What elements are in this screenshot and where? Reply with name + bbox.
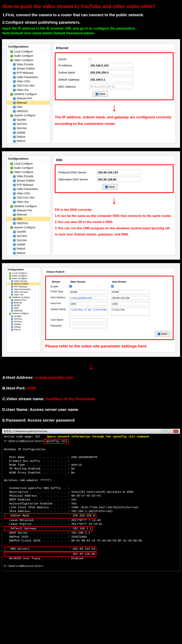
tree-video-encode[interactable]: Video Encode: [7, 62, 50, 66]
tree-osd-font[interactable]: OSD Font Size: [7, 84, 50, 88]
dns-form: DNS Preferred DNS Server Alternative DNS…: [53, 156, 176, 256]
tree-ethernet[interactable]: Ethernet: [7, 212, 50, 217]
proto-sub-input[interactable]: [111, 290, 149, 294]
tree-audio[interactable]: Audio Configure: [7, 274, 41, 277]
row-enable: Enable: [49, 284, 67, 289]
tree-default[interactable]: Default: [7, 134, 50, 139]
tree-systime[interactable]: SysTime: [7, 122, 50, 126]
tree-system[interactable]: System Configure: [7, 113, 50, 118]
haddr-main-input[interactable]: [69, 296, 108, 300]
save-button[interactable]: Save: [93, 91, 108, 97]
sp-highlight: StreamMain StreamSub Stream Enable Proto…: [45, 276, 173, 340]
tree-osd-font[interactable]: OSD Font Size: [7, 290, 41, 293]
sname-main-input[interactable]: live2/key of my livestream: [69, 308, 108, 316]
tree-video-params[interactable]: Video Parameters: [7, 75, 50, 79]
save-button[interactable]: Save: [102, 184, 118, 190]
tree-ethernet[interactable]: Ethernet: [7, 100, 50, 105]
tree-update[interactable]: Update: [7, 130, 50, 134]
enable-sub-checkbox[interactable]: [111, 285, 114, 288]
tree-update[interactable]: Update: [7, 323, 41, 326]
pdns-input[interactable]: [97, 170, 141, 175]
tree-stream-publish[interactable]: Stream Publish: [7, 66, 50, 71]
gateway-input[interactable]: [89, 77, 133, 82]
tree-systattr[interactable]: SystAttr: [7, 315, 41, 318]
pwd-main-input[interactable]: [69, 324, 108, 328]
tree-network-port[interactable]: Network Port: [7, 208, 50, 212]
close-icon[interactable]: ×: [173, 430, 178, 433]
tree-reboot[interactable]: Reboot: [7, 251, 50, 255]
ip-input[interactable]: [89, 63, 133, 68]
tree-update[interactable]: Update: [7, 242, 50, 246]
tree-stream-publish[interactable]: Stream Publish: [7, 178, 50, 183]
tree-network[interactable]: NetWork Configure: [7, 204, 50, 208]
gateway-label: Default Gateway: [58, 78, 89, 81]
tree-system[interactable]: System Configure: [7, 225, 50, 230]
tree-reboot[interactable]: Reboot: [7, 328, 41, 331]
param-c: C.Video stream name: live2/key of my liv…: [0, 394, 182, 404]
adns-input[interactable]: [97, 177, 141, 182]
tree-stream-publish[interactable]: Stream Publish: [7, 282, 41, 285]
tree-rtp-multicast[interactable]: RTP Multicast: [7, 183, 50, 187]
tree-video-params[interactable]: Video Parameters: [7, 288, 41, 290]
tree-dns[interactable]: DNS: [7, 105, 50, 109]
tree-video-encode[interactable]: Video Encode: [7, 174, 50, 178]
tree-systattr[interactable]: SystAttr: [7, 230, 50, 234]
subnet-highlight: Subnet Mask . . . . . . . . . . . : 255.…: [4, 514, 96, 518]
tree-audio[interactable]: Audio Configure: [7, 54, 50, 58]
save-button[interactable]: Save: [155, 331, 170, 336]
tree-network-port[interactable]: Network Port: [7, 298, 41, 301]
tree-wlan[interactable]: WLAN: [7, 304, 41, 307]
tree-local[interactable]: Local Configure: [7, 50, 50, 54]
tree-default[interactable]: Default: [7, 246, 50, 251]
haddr-sub-input[interactable]: [111, 296, 149, 300]
tree-default[interactable]: Default: [7, 326, 41, 328]
cmd-note: Query network information through the ip…: [47, 435, 149, 438]
tree-systattr[interactable]: SystAttr: [7, 118, 50, 122]
minimize-icon[interactable]: —: [161, 430, 166, 433]
dhcp-checkbox[interactable]: [89, 58, 92, 60]
subnet-input[interactable]: [89, 70, 133, 75]
proto-main-input[interactable]: [69, 290, 108, 294]
enable-main-checkbox[interactable]: [69, 285, 72, 288]
tree-sysuser[interactable]: SysUser: [7, 126, 50, 130]
tree-reboot[interactable]: Reboot: [7, 139, 50, 143]
tree-video[interactable]: Video Configure: [7, 170, 50, 174]
tree-video[interactable]: Video Configure: [7, 277, 41, 280]
tree-rtp-multicast[interactable]: RTP Multicast: [7, 71, 50, 75]
tree-dns[interactable]: DNS: [7, 217, 50, 221]
tree-system[interactable]: System Configure: [7, 312, 41, 315]
tree-local[interactable]: Local Configure: [7, 272, 41, 274]
tree-gb28181[interactable]: GB28181: [7, 309, 41, 312]
tree-gb28181[interactable]: GB28181: [7, 221, 50, 225]
tree-ethernet[interactable]: Ethernet: [7, 301, 41, 304]
tree-network[interactable]: NetWork Configure: [7, 296, 41, 298]
tree-network-port[interactable]: Network Port: [7, 96, 50, 100]
tree-gb28181[interactable]: GB28181: [7, 109, 50, 113]
tree-video[interactable]: Video Configure: [7, 58, 50, 62]
tree-osd-font[interactable]: OSD Font Size: [7, 196, 50, 200]
instruction-1: Input the IP address in the IE browser U…: [0, 26, 182, 31]
maximize-icon[interactable]: □: [167, 430, 172, 433]
tree-video-params[interactable]: Video Parameters: [7, 187, 50, 191]
tree-systime[interactable]: SysTime: [7, 318, 41, 320]
tree-video-out[interactable]: Video Out: [7, 88, 50, 92]
tree-video-osd[interactable]: Video OSD: [7, 79, 50, 84]
tree-video-osd[interactable]: Video OSD: [7, 191, 50, 196]
tree-sysuser[interactable]: SysUser: [7, 238, 50, 242]
hport-main-input[interactable]: [69, 302, 108, 306]
tree-video-out[interactable]: Video Out: [7, 200, 50, 204]
hport-sub-input[interactable]: [111, 302, 149, 306]
tree-rtp-multicast[interactable]: RTP Multicast: [7, 285, 41, 288]
tree-network[interactable]: NetWork Configure: [7, 92, 50, 96]
sp-title: Stream Publish: [45, 270, 173, 274]
tree-sysuser[interactable]: SysUser: [7, 320, 41, 323]
sname-sub-input[interactable]: live2/sub: [111, 308, 149, 316]
tree-video-encode[interactable]: Video Encode: [7, 280, 41, 282]
tree-local[interactable]: Local Configure: [7, 162, 50, 166]
tree-systime[interactable]: SysTime: [7, 234, 50, 238]
tree-dns[interactable]: DNS: [7, 307, 41, 309]
tree-audio[interactable]: Audio Configure: [7, 166, 50, 170]
tree-video-out[interactable]: Video Out: [7, 293, 41, 296]
gateway-highlight: Default Gateway . . . . . . . . . : 192.…: [4, 526, 93, 531]
uname-main-input[interactable]: [69, 318, 108, 322]
